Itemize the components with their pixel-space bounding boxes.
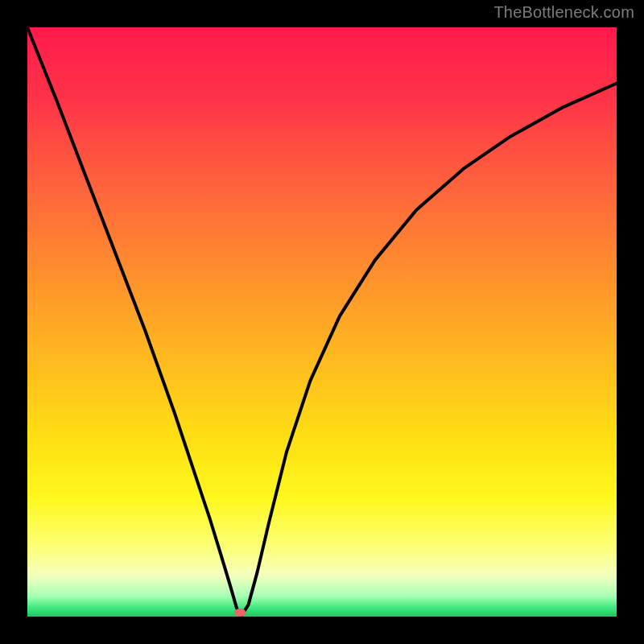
minimum-marker bbox=[234, 609, 246, 617]
attribution-label: TheBottleneck.com bbox=[493, 3, 634, 22]
chart-frame: TheBottleneck.com bbox=[0, 0, 644, 644]
gradient-background bbox=[27, 27, 617, 617]
bottleneck-chart bbox=[27, 27, 617, 617]
plot-area bbox=[27, 27, 617, 617]
